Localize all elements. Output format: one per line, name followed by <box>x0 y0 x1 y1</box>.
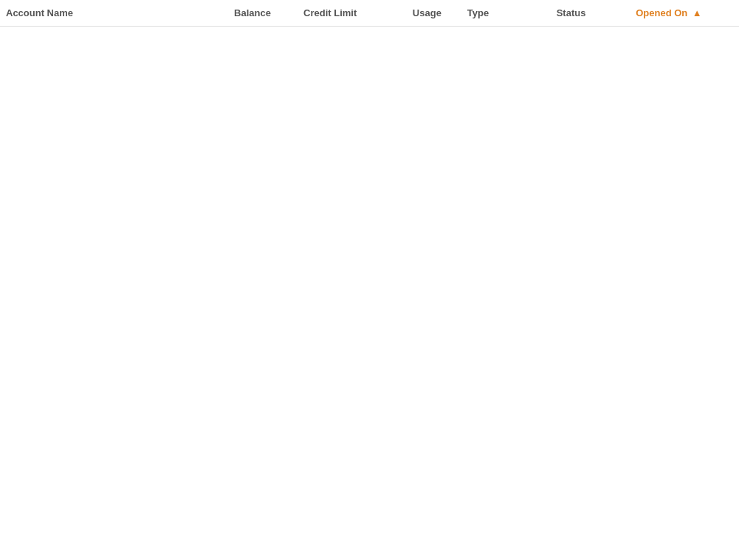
sort-arrow-icon: ▲ <box>692 7 702 18</box>
col-header-balance[interactable]: Balance <box>228 0 298 27</box>
col-header-usage[interactable]: Usage <box>407 0 461 27</box>
accounts-table-container: Account Name Balance Credit Limit Usage … <box>0 0 739 27</box>
col-header-status[interactable]: Status <box>551 0 630 27</box>
accounts-table: Account Name Balance Credit Limit Usage … <box>0 0 739 27</box>
col-header-account-name[interactable]: Account Name <box>0 0 228 27</box>
table-header-row: Account Name Balance Credit Limit Usage … <box>0 0 739 27</box>
col-header-type[interactable]: Type <box>461 0 551 27</box>
col-header-credit-limit[interactable]: Credit Limit <box>298 0 407 27</box>
col-header-opened-on[interactable]: Opened On ▲ <box>630 0 739 27</box>
